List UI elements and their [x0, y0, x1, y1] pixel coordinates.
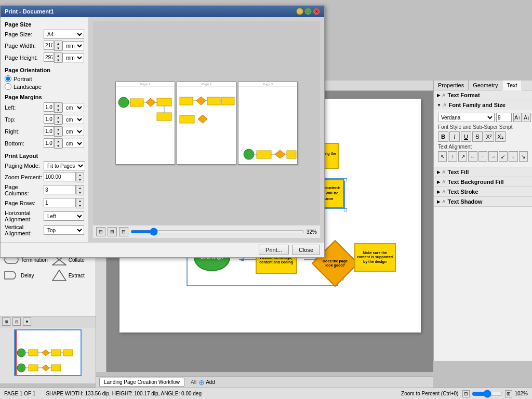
margin-left-input[interactable] — [44, 102, 54, 112]
align-right-top[interactable]: ↗ — [458, 151, 467, 162]
margin-left-up[interactable]: ▲ — [55, 103, 62, 108]
margin-right-input[interactable] — [44, 126, 54, 136]
svg-point-47 — [118, 97, 129, 108]
page-width-input[interactable] — [44, 41, 54, 50]
text-shadow-header[interactable]: ▶ A Text Shadow — [434, 197, 532, 206]
page-size-select[interactable]: A4 Letter A3 — [44, 30, 84, 39]
text-bg-fill-header[interactable]: ▶ A Text Background Fill — [434, 177, 532, 187]
preview-icon-2[interactable]: ⊞ — [108, 227, 117, 236]
zoom-out-btn[interactable]: ⊟ — [462, 390, 470, 397]
preview-page-1[interactable]: Page 1 — [115, 82, 175, 165]
h-align-select[interactable]: Left Center Right — [44, 211, 84, 221]
page-height-input[interactable] — [44, 52, 54, 62]
margin-bottom-down[interactable]: ▼ — [55, 143, 62, 148]
page-rows-input[interactable] — [44, 198, 76, 207]
page-columns-up[interactable]: ▲ — [76, 185, 84, 190]
font-size-up[interactable]: A↑ — [513, 113, 522, 122]
v-align-label: Vertical Alignment: — [5, 224, 44, 236]
subscript-button[interactable]: X₂ — [495, 131, 506, 142]
strikethrough-button[interactable]: S — [472, 131, 483, 142]
landscape-radio[interactable] — [5, 83, 11, 90]
tab-landing-page[interactable]: Landing Page Creation Workflow — [99, 378, 184, 387]
align-right-mid[interactable]: → — [488, 151, 497, 162]
margin-top-input[interactable] — [44, 114, 54, 124]
thumbnail-btn-3[interactable]: ▼ — [23, 317, 31, 326]
portrait-radio[interactable] — [5, 75, 11, 82]
page-rows-up[interactable]: ▲ — [76, 198, 84, 203]
preview-page-3[interactable]: Page 3 — [238, 82, 298, 165]
maximize-button[interactable]: □ — [304, 8, 312, 15]
align-left-top[interactable]: ↖ — [438, 151, 447, 162]
superscript-button[interactable]: X² — [484, 131, 494, 142]
zoom-slider[interactable] — [472, 390, 503, 398]
align-left-mid[interactable]: ← — [468, 151, 477, 162]
paging-mode-select[interactable]: Fit to Pages Actual Size — [44, 161, 85, 170]
preview-icon-3[interactable]: ⊟ — [119, 227, 128, 236]
tab-properties[interactable]: Properties — [434, 81, 469, 90]
page-rows-down[interactable]: ▼ — [76, 203, 84, 208]
font-family-select[interactable]: Verdana Arial Times New Roman — [438, 113, 495, 122]
preview-icon-1[interactable]: ⊟ — [96, 227, 105, 236]
page-columns-spinbox: ▲ ▼ — [44, 185, 84, 195]
margin-bottom-input[interactable] — [44, 138, 54, 148]
align-center-top[interactable]: ↑ — [448, 151, 457, 162]
align-left-bot[interactable]: ↙ — [499, 151, 508, 162]
font-size-down[interactable]: A↓ — [523, 113, 531, 122]
font-style-buttons: B I U S X² X₂ — [438, 131, 528, 142]
margin-left-down[interactable]: ▼ — [55, 108, 62, 112]
preview-page-2[interactable]: Page 2 — [177, 82, 236, 165]
minimize-button[interactable]: _ — [296, 8, 303, 15]
font-size-input[interactable] — [496, 113, 512, 122]
zoom-percent-input[interactable] — [44, 172, 76, 181]
margin-right-unit[interactable]: cm mm in — [62, 127, 84, 136]
align-center-mid[interactable]: · — [478, 151, 487, 162]
shape-item-delay[interactable]: Delay — [3, 269, 49, 282]
thumbnail-btn-1[interactable]: ⊞ — [2, 317, 10, 326]
margin-top-up[interactable]: ▲ — [55, 115, 62, 119]
print-button[interactable]: Print... — [259, 245, 289, 255]
bold-button[interactable]: B — [438, 131, 448, 142]
zoom-percent-up[interactable]: ▲ — [76, 172, 84, 177]
v-align-select[interactable]: Top Middle Bottom — [44, 225, 84, 235]
close-title-button[interactable]: ✕ — [313, 8, 320, 15]
font-section-header[interactable]: ▼ A Font Family and Size — [434, 100, 532, 110]
margin-right-up[interactable]: ▲ — [55, 127, 62, 131]
page-columns-down[interactable]: ▼ — [76, 190, 84, 195]
margins-section-title: Page Margins — [5, 94, 84, 100]
margin-left-unit[interactable]: cm mm in — [62, 103, 84, 112]
close-button[interactable]: Close — [292, 245, 320, 255]
thumbnail-image[interactable] — [14, 329, 82, 376]
tab-text[interactable]: Text — [502, 81, 522, 90]
align-right-bot[interactable]: ↘ — [519, 151, 528, 162]
text-format-header[interactable]: ▶ A Text Format — [434, 90, 532, 100]
all-label[interactable]: All — [191, 379, 196, 385]
tab-geometry[interactable]: Geometry — [469, 81, 502, 90]
align-center-bot[interactable]: ↓ — [509, 151, 517, 162]
thumbnail-btn-2[interactable]: ⊟ — [12, 317, 21, 326]
node-content-supported[interactable]: Make sure the content is supported by th… — [354, 243, 396, 272]
margin-bottom-up[interactable]: ▲ — [55, 139, 62, 143]
page-width-up[interactable]: ▲ — [55, 41, 62, 46]
text-fill-header[interactable]: ▶ A Text Fill — [434, 167, 532, 177]
italic-button[interactable]: I — [449, 131, 460, 142]
svg-point-30 — [17, 349, 25, 357]
page-width-down[interactable]: ▼ — [55, 46, 62, 50]
page-columns-input[interactable] — [44, 185, 76, 194]
preview-zoom-slider[interactable] — [130, 230, 304, 233]
zoom-in-btn[interactable]: ⊞ — [505, 390, 512, 397]
margin-top-unit[interactable]: cm mm in — [62, 115, 84, 124]
page-height-down[interactable]: ▼ — [55, 58, 62, 62]
page-width-unit[interactable]: mm cm in — [62, 41, 84, 50]
margin-top-down[interactable]: ▼ — [55, 119, 62, 124]
shape-item-extract[interactable]: Extract — [51, 269, 92, 282]
add-tab-btn[interactable]: ⊕ Add — [198, 378, 215, 387]
underline-button[interactable]: U — [461, 131, 471, 142]
font-section-label: Font Family and Size — [448, 102, 505, 108]
page-height-unit[interactable]: mm cm in — [62, 53, 84, 62]
margin-right-down[interactable]: ▼ — [55, 131, 62, 136]
text-stroke-header[interactable]: ▶ A Text Stroke — [434, 187, 532, 196]
margin-bottom-unit[interactable]: cm mm in — [62, 139, 84, 148]
page-height-up[interactable]: ▲ — [55, 53, 62, 58]
zoom-percent-down[interactable]: ▼ — [76, 177, 84, 182]
page-rows-row: Page Rows: ▲ ▼ — [5, 198, 84, 208]
